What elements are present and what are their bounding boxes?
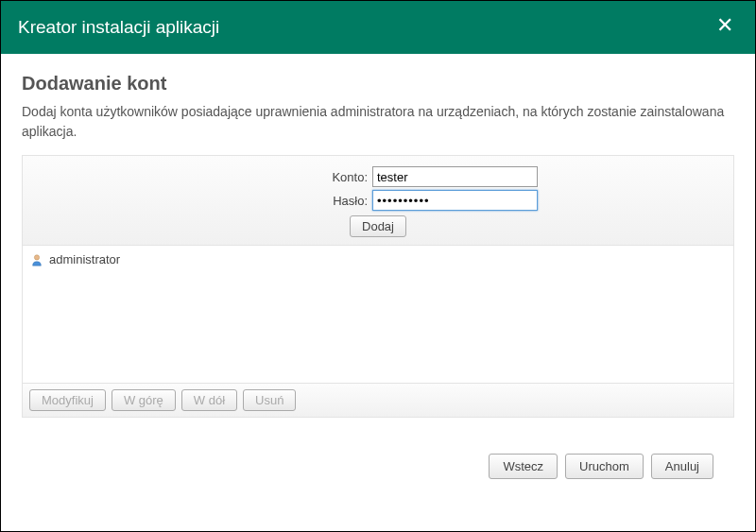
page-description: Dodaj konta użytkowników posiadające upr… [22, 102, 734, 142]
list-item[interactable]: administrator [30, 251, 726, 267]
cancel-button[interactable]: Anuluj [651, 454, 713, 479]
close-icon[interactable]: ✕ [712, 14, 738, 41]
dialog-title: Kreator instalacji aplikacji [18, 17, 219, 38]
credentials-form: Konto: Hasło: Dodaj [23, 156, 733, 246]
password-label: Hasło: [23, 194, 372, 208]
back-button[interactable]: Wstecz [489, 454, 558, 479]
content-area: Dodawanie kont Dodaj konta użytkowników … [1, 54, 755, 489]
run-button[interactable]: Uruchom [565, 454, 644, 479]
modify-button[interactable]: Modyfikuj [29, 389, 106, 411]
list-item-label: administrator [49, 252, 120, 266]
page-heading: Dodawanie kont [22, 73, 734, 94]
titlebar: Kreator instalacji aplikacji ✕ [1, 1, 755, 54]
svg-point-0 [34, 254, 39, 259]
move-down-button[interactable]: W dół [181, 389, 237, 411]
password-input[interactable] [372, 190, 538, 211]
account-label: Konto: [23, 170, 372, 184]
move-up-button[interactable]: W górę [112, 389, 176, 411]
account-input[interactable] [372, 166, 538, 187]
dialog-footer: Wstecz Uruchom Anuluj [22, 418, 734, 479]
accounts-panel: Konto: Hasło: Dodaj administrator Modyfi… [22, 155, 734, 418]
delete-button[interactable]: Usuń [243, 389, 296, 411]
list-actions: Modyfikuj W górę W dół Usuń [23, 383, 733, 417]
user-icon [30, 253, 43, 266]
add-button[interactable]: Dodaj [350, 215, 406, 237]
accounts-list: administrator [23, 246, 733, 383]
